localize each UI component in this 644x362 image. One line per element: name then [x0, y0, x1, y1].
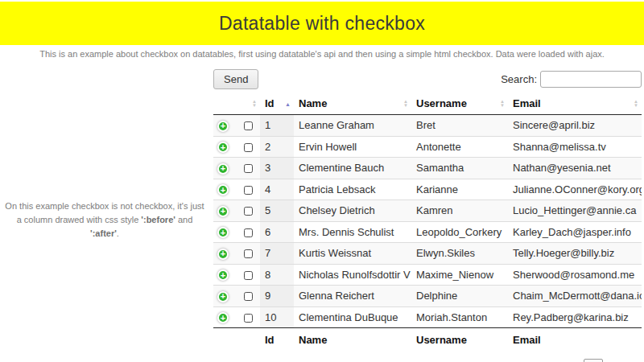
row-checkbox-cell: [236, 158, 260, 179]
row-control-cell: +: [213, 286, 236, 307]
row-control-cell: +: [213, 243, 236, 265]
intro-text: This is an example about checkbox on dat…: [0, 49, 644, 59]
table-row: +10Clementina DuBuqueMoriah.StantonRey.P…: [213, 306, 642, 328]
row-checkbox[interactable]: [244, 121, 253, 130]
row-id-cell: 3: [260, 158, 294, 179]
expand-row-icon[interactable]: +: [217, 163, 229, 175]
row-name-cell: Glenna Reichert: [294, 286, 411, 307]
row-control-cell: +: [213, 264, 236, 286]
table-row: +4Patricia LebsackKarianneJulianne.OConn…: [213, 179, 642, 200]
search-input[interactable]: [540, 71, 642, 88]
row-name-cell: Patricia Lebsack: [294, 179, 411, 200]
side-note: On this example checkbox is not checkbox…: [2, 200, 208, 241]
row-name-cell: Leanne Graham: [294, 115, 411, 137]
pagination: Previous 1 Next: [526, 359, 642, 362]
page-header: Datatable with checkbox: [0, 2, 644, 45]
row-username-cell: Antonette: [411, 136, 508, 158]
row-checkbox-cell: [236, 264, 260, 286]
row-checkbox[interactable]: [244, 228, 253, 237]
row-checkbox[interactable]: [244, 314, 253, 323]
sort-icon: ▲▼: [500, 100, 505, 108]
row-checkbox-cell: [236, 221, 260, 243]
expand-row-icon[interactable]: +: [217, 121, 229, 132]
table-footer-bar: Showing 1 to 10 of 10 entries Previous 1…: [213, 359, 642, 362]
row-control-cell: +: [213, 136, 236, 158]
row-checkbox-cell: [236, 200, 260, 222]
header-name-label: Name: [299, 97, 327, 109]
footer-control-column: [213, 328, 236, 352]
row-checkbox-cell: [236, 243, 260, 265]
row-username-cell: Delphine: [411, 286, 508, 307]
row-checkbox[interactable]: [244, 186, 253, 195]
row-username-cell: Leopoldo_Corkery: [411, 221, 508, 243]
table-row: +8Nicholas Runolfsdottir VMaxime_NienowS…: [213, 264, 642, 286]
row-username-cell: Maxime_Nienow: [411, 264, 508, 286]
side-note-text-middle: and: [175, 215, 192, 224]
row-checkbox[interactable]: [244, 143, 253, 152]
expand-row-icon[interactable]: +: [217, 184, 229, 195]
header-id-column[interactable]: Id ▲: [260, 93, 294, 115]
table-header-row: ▲▼ Id ▲ Name ▲▼ Username ▲▼: [213, 93, 642, 115]
row-checkbox-cell: [236, 115, 260, 137]
row-id-cell: 4: [260, 179, 294, 200]
row-id-cell: 8: [260, 264, 294, 286]
row-email-cell: Telly.Hoeger@billy.biz: [508, 243, 642, 265]
send-button[interactable]: Send: [213, 69, 258, 89]
row-username-cell: Samantha: [411, 158, 508, 179]
header-checkbox-column[interactable]: ▲▼: [236, 93, 260, 115]
row-username-cell: Moriah.Stanton: [411, 306, 508, 328]
row-name-cell: Clementine Bauch: [294, 158, 411, 179]
row-control-cell: +: [213, 115, 236, 137]
current-page-button[interactable]: 1: [584, 359, 603, 362]
row-name-cell: Kurtis Weissnat: [294, 243, 411, 265]
row-control-cell: +: [213, 221, 236, 243]
row-name-cell: Mrs. Dennis Schulist: [294, 221, 411, 243]
row-id-cell: 1: [260, 115, 294, 137]
table-row: +9Glenna ReichertDelphineChaim_McDermott…: [213, 286, 642, 307]
table-footer-row: Id Name Username Email: [213, 328, 642, 352]
expand-row-icon[interactable]: +: [217, 227, 229, 238]
page: Datatable with checkbox This is an examp…: [0, 0, 644, 362]
search-label: Search:: [501, 73, 537, 85]
expand-row-icon[interactable]: +: [217, 312, 229, 323]
row-id-cell: 9: [260, 286, 294, 307]
row-name-cell: Nicholas Runolfsdottir V: [294, 264, 411, 286]
expand-row-icon[interactable]: +: [217, 269, 229, 281]
expand-row-icon[interactable]: +: [217, 291, 229, 302]
row-checkbox[interactable]: [244, 164, 253, 173]
footer-name-label: Name: [294, 328, 411, 352]
side-note-text-end: .: [117, 228, 119, 238]
header-name-column[interactable]: Name ▲▼: [294, 93, 411, 115]
footer-email-label: Email: [508, 328, 642, 352]
row-checkbox-cell: [236, 179, 260, 200]
expand-row-icon[interactable]: +: [217, 142, 229, 153]
row-checkbox-cell: [236, 136, 260, 158]
row-checkbox[interactable]: [244, 249, 253, 258]
table-toolbar: Send Search:: [213, 69, 642, 89]
table-body: +1Leanne GrahamBretSincere@april.biz+2Er…: [213, 115, 642, 328]
table-row: +3Clementine BauchSamanthaNathan@yesenia…: [213, 158, 642, 179]
row-name-cell: Chelsey Dietrich: [294, 200, 411, 222]
header-email-label: Email: [513, 97, 541, 109]
expand-row-icon[interactable]: +: [217, 206, 229, 217]
row-name-cell: Clementina DuBuque: [294, 306, 411, 328]
row-control-cell: +: [213, 306, 236, 328]
header-username-column[interactable]: Username ▲▼: [411, 93, 508, 115]
header-email-column[interactable]: Email ▲▼: [508, 93, 642, 115]
row-id-cell: 7: [260, 243, 294, 265]
row-checkbox[interactable]: [244, 271, 253, 280]
row-id-cell: 5: [260, 200, 294, 222]
row-control-cell: +: [213, 179, 236, 200]
expand-row-icon[interactable]: +: [217, 249, 229, 260]
table-row: +6Mrs. Dennis SchulistLeopoldo_CorkeryKa…: [213, 221, 642, 243]
row-checkbox[interactable]: [244, 207, 253, 216]
sort-icon: ▲▼: [252, 100, 257, 108]
row-username-cell: Karianne: [411, 179, 508, 200]
table-row: +5Chelsey DietrichKamrenLucio_Hettinger@…: [213, 200, 642, 222]
row-email-cell: Nathan@yesenia.net: [508, 158, 642, 179]
page-title: Datatable with checkbox: [219, 13, 425, 35]
row-username-cell: Elwyn.Skiles: [411, 243, 508, 265]
datatable: ▲▼ Id ▲ Name ▲▼ Username ▲▼: [213, 93, 642, 352]
table-row: +2Ervin HowellAntonetteShanna@melissa.tv: [213, 136, 642, 158]
row-checkbox[interactable]: [244, 292, 253, 301]
